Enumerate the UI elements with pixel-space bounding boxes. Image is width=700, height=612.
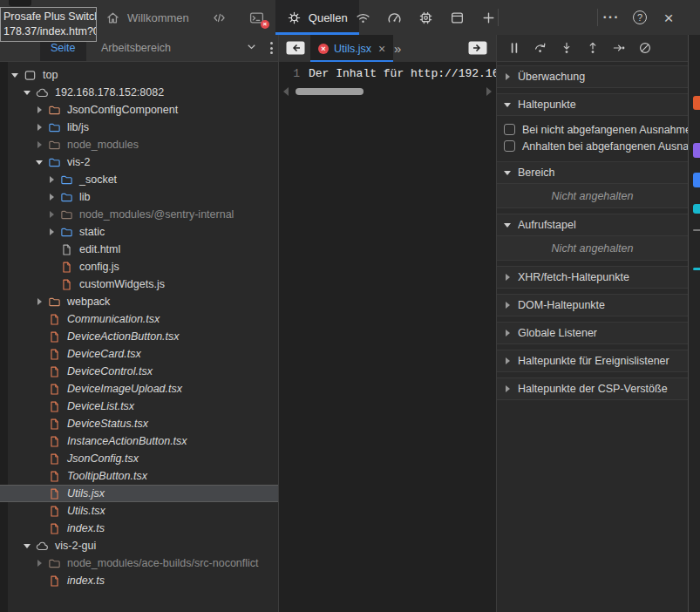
tree-item[interactable]: vis-2 — [0, 153, 278, 171]
debugger-section: Haltepunkte Bei nicht abgefangenen Ausna… — [497, 93, 688, 156]
plus-icon[interactable] — [477, 6, 500, 29]
memory-icon[interactable] — [414, 6, 437, 29]
tree-item[interactable]: DeviceList.tsx — [0, 398, 278, 415]
performance-icon[interactable] — [383, 6, 405, 29]
section-empty-state: Nicht angehalten — [497, 184, 688, 208]
page-icon-fragment — [693, 268, 700, 270]
tree-item[interactable]: node_modules — [0, 136, 278, 153]
section-header[interactable]: Überwachung — [497, 65, 688, 88]
tree-item[interactable]: config.js — [0, 258, 278, 275]
application-icon[interactable] — [445, 6, 468, 29]
devtools-tab-willkommen[interactable]: Willkommen — [94, 0, 200, 35]
toolbar-separator — [597, 9, 598, 26]
tree-item[interactable]: node_modules/@sentry-internal — [0, 206, 278, 223]
tree-item-label: TooltipButton.tsx — [67, 470, 147, 482]
tree-item[interactable]: JsonConfigComponent — [0, 101, 278, 119]
tree-item[interactable]: static — [0, 223, 278, 241]
section-header[interactable]: Bereich — [497, 161, 688, 184]
deactivate-breakpoints-icon[interactable] — [635, 39, 654, 58]
devtools-window: Willkommen × Quellen ···?× Prosafe Plus … — [0, 0, 700, 612]
tree-item-label: node_modules/@sentry-internal — [79, 208, 234, 221]
debugger-section: DOM-Haltepunkte — [497, 294, 688, 316]
folder-icon — [60, 226, 73, 239]
tree-item-label: Communication.tsx — [67, 313, 160, 325]
tree-item[interactable]: Utils.jsx — [0, 485, 278, 502]
tree-item[interactable]: DeviceStatus.tsx — [0, 415, 278, 432]
chevron-down-icon[interactable] — [245, 40, 258, 56]
tree-item[interactable]: webpack — [0, 293, 278, 310]
tree-item[interactable]: _socket — [0, 171, 278, 188]
tree-item-label: config.js — [79, 261, 119, 273]
tree-item[interactable]: index.ts — [0, 520, 278, 537]
help-icon[interactable]: ? — [629, 6, 651, 29]
tree-item-label: DeviceStatus.tsx — [67, 418, 148, 430]
section-header[interactable]: Haltepunkte für Ereignislistener — [497, 350, 688, 372]
tree-item[interactable]: node_modules/ace-builds/src-noconflict — [0, 554, 278, 572]
kebab-menu-icon[interactable] — [270, 42, 273, 54]
close-icon[interactable]: × — [657, 6, 680, 29]
checkbox[interactable] — [504, 124, 515, 135]
tree-item[interactable]: DeviceControl.tsx — [0, 363, 278, 380]
tree-item[interactable]: Communication.tsx — [0, 310, 278, 328]
section-header[interactable]: Aufrufstapel — [497, 214, 688, 236]
collapse-debugger-icon[interactable] — [468, 41, 487, 55]
close-tab-icon[interactable]: × — [378, 42, 385, 56]
step-out-icon[interactable] — [583, 39, 601, 58]
checkbox[interactable] — [504, 140, 515, 152]
section-header[interactable]: Globale Listener — [497, 322, 688, 344]
tree-item[interactable]: index.ts — [0, 572, 278, 589]
scroll-right-icon[interactable] — [486, 87, 492, 96]
tree-item[interactable]: customWidgets.js — [0, 275, 278, 293]
devtools-tab-console[interactable]: × — [238, 0, 275, 35]
devtools-tab-quellen[interactable]: Quellen — [275, 0, 359, 35]
scrollbar-thumb[interactable] — [296, 88, 364, 95]
tab-arbeitsbereich[interactable]: Arbeitsbereich — [91, 35, 181, 61]
console-icon: × — [249, 10, 264, 25]
tree-item[interactable]: DeviceCard.tsx — [0, 345, 278, 363]
step-into-icon[interactable] — [557, 39, 575, 58]
section-header[interactable]: Haltepunkte — [497, 93, 688, 116]
tree-item[interactable]: 192.168.178.152:8082 — [0, 84, 278, 101]
horizontal-scrollbar[interactable] — [279, 85, 496, 98]
tree-item-label: vis-2 — [67, 156, 90, 168]
tree-item-label: 192.168.178.152:8082 — [55, 86, 164, 99]
more-icon[interactable]: ··· — [600, 6, 622, 29]
debugger-section: Bereich Nicht angehalten — [497, 161, 688, 208]
file-icon — [48, 452, 61, 466]
line-number: 1 — [279, 67, 309, 80]
tree-item[interactable]: top — [0, 66, 278, 84]
section-header[interactable]: DOM-Haltepunkte — [497, 294, 688, 316]
collapse-navigator-icon[interactable] — [286, 41, 305, 55]
more-tabs-icon[interactable]: » — [394, 35, 401, 62]
tree-item-label: lib — [79, 191, 91, 203]
tree-item[interactable]: lib/js — [0, 119, 278, 136]
folder-icon — [48, 557, 61, 570]
section-header[interactable]: XHR/fetch-Haltepunkte — [497, 266, 688, 289]
tree-item[interactable]: DeviceImageUpload.tsx — [0, 380, 278, 398]
file-icon — [48, 522, 61, 535]
step-over-icon[interactable] — [531, 39, 549, 58]
tree-item[interactable]: JsonConfig.tsx — [0, 450, 278, 467]
tree-item[interactable]: TooltipButton.tsx — [0, 467, 278, 485]
scroll-left-icon[interactable] — [283, 87, 289, 96]
code-editor[interactable]: 1 Der Inhalt für http://192.168.1 — [279, 62, 496, 612]
step-icon[interactable] — [609, 39, 628, 58]
network-icon[interactable] — [351, 6, 374, 29]
editor-panel: × Utils.jsx × » 1 Der Inhalt für http://… — [279, 35, 497, 612]
editor-tab-utils-jsx[interactable]: × Utils.jsx × — [310, 35, 393, 62]
tree-item[interactable]: InstanceActionButton.tsx — [0, 432, 278, 450]
tree-item-label: JsonConfigComponent — [67, 104, 178, 116]
tree-item[interactable]: DeviceActionButton.tsx — [0, 328, 278, 345]
pause-icon[interactable] — [505, 39, 523, 58]
error-count-badge: × — [261, 20, 269, 29]
section-header[interactable]: Haltepunkte der CSP-Verstöße — [497, 377, 688, 400]
section-label: Haltepunkte für Ereignislistener — [518, 355, 669, 367]
devtools-tab-inspector[interactable] — [200, 0, 238, 35]
tree-item-label: top — [43, 69, 58, 81]
tree-item[interactable]: edit.html — [0, 241, 278, 258]
tree-item[interactable]: vis-2-gui — [0, 537, 278, 554]
tree-item-label: static — [79, 226, 105, 238]
tree-item[interactable]: Utils.tsx — [0, 502, 278, 520]
tree-item[interactable]: lib — [0, 188, 278, 206]
debugger-section: Aufrufstapel Nicht angehalten — [497, 214, 688, 261]
